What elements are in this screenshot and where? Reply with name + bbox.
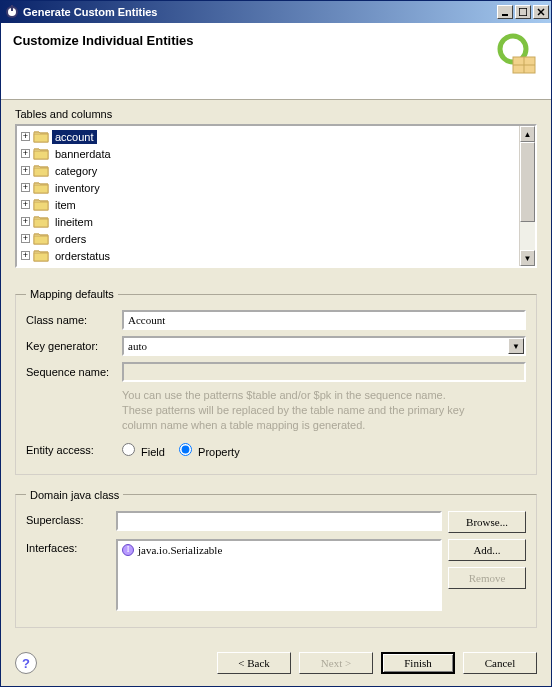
- key-generator-label: Key generator:: [26, 340, 116, 352]
- tree-item[interactable]: +orderstatus: [17, 247, 519, 264]
- remove-button: Remove: [448, 567, 526, 589]
- help-button[interactable]: ?: [15, 652, 37, 674]
- mapping-defaults-group: Mapping defaults Class name: Key generat…: [15, 288, 537, 475]
- expander-icon[interactable]: +: [21, 149, 30, 158]
- sequence-hint: You can use the patterns $table and/or $…: [26, 388, 526, 433]
- back-button[interactable]: < Back: [217, 652, 291, 674]
- dialog-window: Generate Custom Entities Customize Indiv…: [0, 0, 552, 687]
- minimize-button[interactable]: [497, 5, 513, 19]
- sequence-name-input: [122, 362, 526, 382]
- folder-icon: [33, 232, 49, 245]
- tree-item[interactable]: +lineitem: [17, 213, 519, 230]
- list-item[interactable]: I java.io.Serializable: [122, 543, 436, 557]
- tree-item-label: orders: [52, 232, 89, 246]
- folder-icon: [33, 198, 49, 211]
- window-title: Generate Custom Entities: [19, 6, 497, 18]
- radio-property[interactable]: Property: [179, 443, 240, 458]
- maximize-button[interactable]: [515, 5, 531, 19]
- svg-rect-4: [519, 8, 527, 16]
- tree-item[interactable]: +bannerdata: [17, 145, 519, 162]
- class-name-input[interactable]: [122, 310, 526, 330]
- banner-logo-icon: [491, 33, 539, 77]
- key-generator-value: auto: [128, 340, 147, 352]
- entity-access-label: Entity access:: [26, 444, 116, 456]
- mapping-legend: Mapping defaults: [26, 288, 118, 300]
- tree-item[interactable]: +account: [17, 128, 519, 145]
- key-generator-select[interactable]: auto ▼: [122, 336, 526, 356]
- close-button[interactable]: [533, 5, 549, 19]
- expander-icon[interactable]: +: [21, 251, 30, 260]
- class-name-label: Class name:: [26, 314, 116, 326]
- interfaces-list[interactable]: I java.io.Serializable: [116, 539, 442, 611]
- expander-icon[interactable]: +: [21, 166, 30, 175]
- svg-rect-14: [34, 185, 48, 193]
- svg-rect-12: [34, 151, 48, 159]
- svg-rect-3: [502, 14, 508, 16]
- folder-icon: [33, 147, 49, 160]
- tree-item-label: inventory: [52, 181, 103, 195]
- svg-rect-13: [34, 168, 48, 176]
- banner: Customize Individual Entities: [1, 23, 551, 100]
- add-button[interactable]: Add...: [448, 539, 526, 561]
- banner-title: Customize Individual Entities: [13, 33, 491, 48]
- app-icon: [5, 5, 19, 19]
- expander-icon[interactable]: +: [21, 183, 30, 192]
- finish-button[interactable]: Finish: [381, 652, 455, 674]
- scroll-thumb[interactable]: [520, 142, 535, 222]
- folder-icon: [33, 164, 49, 177]
- folder-icon: [33, 215, 49, 228]
- svg-rect-15: [34, 202, 48, 210]
- domain-legend: Domain java class: [26, 489, 123, 501]
- sequence-name-label: Sequence name:: [26, 366, 116, 378]
- domain-java-class-group: Domain java class Superclass: Browse... …: [15, 489, 537, 628]
- tree-item[interactable]: +category: [17, 162, 519, 179]
- tree-item[interactable]: +item: [17, 196, 519, 213]
- scroll-down-button[interactable]: ▼: [520, 250, 535, 266]
- titlebar[interactable]: Generate Custom Entities: [1, 1, 551, 23]
- wizard-button-bar: ? < Back Next > Finish Cancel: [1, 642, 551, 686]
- browse-button[interactable]: Browse...: [448, 511, 526, 533]
- tree-item-label: account: [52, 130, 97, 144]
- superclass-input[interactable]: [116, 511, 442, 531]
- tree-item-label: bannerdata: [52, 147, 114, 161]
- scrollbar[interactable]: ▲ ▼: [519, 126, 535, 266]
- tables-label: Tables and columns: [15, 108, 537, 120]
- superclass-label: Superclass:: [26, 511, 116, 526]
- interfaces-label: Interfaces:: [26, 539, 116, 554]
- folder-icon: [33, 249, 49, 262]
- scroll-up-button[interactable]: ▲: [520, 126, 535, 142]
- expander-icon[interactable]: +: [21, 132, 30, 141]
- interface-icon: I: [122, 544, 134, 556]
- radio-field[interactable]: Field: [122, 443, 165, 458]
- chevron-down-icon[interactable]: ▼: [508, 338, 524, 354]
- folder-icon: [33, 181, 49, 194]
- cancel-button[interactable]: Cancel: [463, 652, 537, 674]
- tree-item[interactable]: +inventory: [17, 179, 519, 196]
- tree-item-label: item: [52, 198, 79, 212]
- svg-rect-16: [34, 219, 48, 227]
- next-button: Next >: [299, 652, 373, 674]
- svg-rect-17: [34, 236, 48, 244]
- expander-icon[interactable]: +: [21, 217, 30, 226]
- tree-item[interactable]: +orders: [17, 230, 519, 247]
- tree-item-label: orderstatus: [52, 249, 113, 263]
- svg-rect-18: [34, 253, 48, 261]
- tables-tree[interactable]: +account+bannerdata+category+inventory+i…: [15, 124, 537, 268]
- expander-icon[interactable]: +: [21, 234, 30, 243]
- svg-rect-11: [34, 134, 48, 142]
- expander-icon[interactable]: +: [21, 200, 30, 209]
- tree-item-label: lineitem: [52, 215, 96, 229]
- tree-item-label: category: [52, 164, 100, 178]
- svg-rect-2: [11, 5, 13, 11]
- folder-icon: [33, 130, 49, 143]
